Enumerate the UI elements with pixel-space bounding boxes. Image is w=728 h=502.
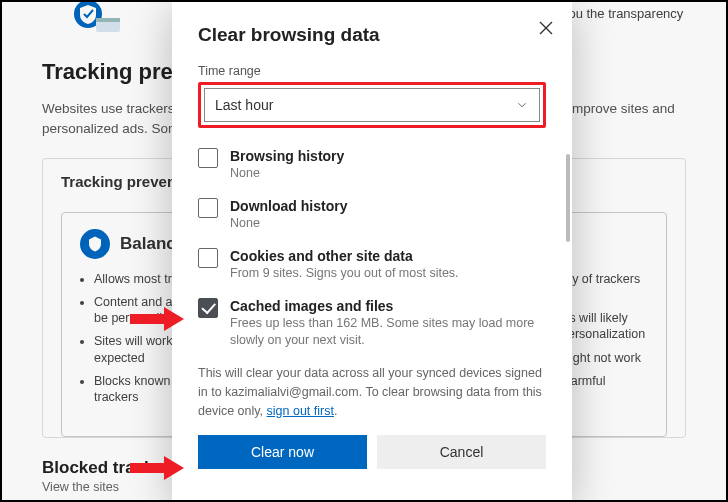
sync-footer-text: This will clear your data across all you… <box>198 364 546 420</box>
checkbox-cached-images[interactable] <box>198 298 218 318</box>
checkbox-download-history[interactable] <box>198 198 218 218</box>
checkbox-cookies[interactable] <box>198 248 218 268</box>
item-cookies[interactable]: Cookies and other site data From 9 sites… <box>198 242 546 292</box>
time-range-value: Last hour <box>215 97 273 113</box>
cancel-button[interactable]: Cancel <box>377 435 546 469</box>
list-scrollbar[interactable] <box>566 154 570 242</box>
item-cached-images[interactable]: Cached images and files Frees up less th… <box>198 292 546 359</box>
close-icon[interactable] <box>534 16 558 40</box>
time-range-select[interactable]: Last hour <box>204 88 540 122</box>
clear-browsing-data-dialog: Clear browsing data Time range Last hour… <box>172 2 572 502</box>
data-type-list: Browsing history None Download history N… <box>198 142 546 358</box>
dialog-title: Clear browsing data <box>198 24 546 46</box>
checkbox-browsing-history[interactable] <box>198 148 218 168</box>
time-range-label: Time range <box>198 64 546 78</box>
item-download-history[interactable]: Download history None <box>198 192 546 242</box>
time-range-highlight: Last hour <box>198 82 546 128</box>
chevron-down-icon <box>515 98 529 112</box>
clear-now-button[interactable]: Clear now <box>198 435 367 469</box>
sign-out-link[interactable]: sign out first <box>267 404 334 418</box>
item-browsing-history[interactable]: Browsing history None <box>198 142 546 192</box>
